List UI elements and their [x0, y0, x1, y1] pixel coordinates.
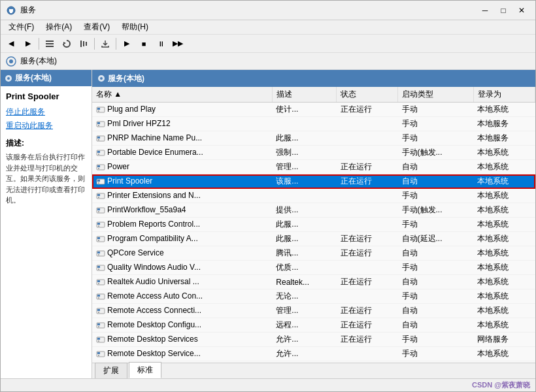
cell-name: Remote Access Auto Con...	[92, 289, 272, 304]
cell-desc: 此服...	[272, 218, 336, 232]
table-row[interactable]: Portable Device Enumera...强制...手动(触发...本…	[92, 146, 535, 160]
svg-rect-29	[97, 165, 100, 167]
cell-desc	[272, 117, 336, 131]
cell-login: 本地系统	[473, 347, 535, 361]
cell-login: 本地系统	[473, 189, 535, 203]
cell-status: 正在运行	[337, 318, 398, 333]
col-header-login[interactable]: 登录为	[473, 87, 535, 103]
maximize-button[interactable]: □	[495, 4, 512, 17]
svg-rect-5	[46, 46, 54, 47]
svg-rect-35	[97, 194, 100, 196]
cell-status	[337, 117, 398, 131]
menu-item-文件(F)[interactable]: 文件(F)	[3, 20, 39, 34]
refresh-button[interactable]	[59, 37, 75, 51]
svg-point-60	[98, 312, 99, 313]
col-header-status[interactable]: 状态	[337, 87, 398, 103]
table-row[interactable]: Remote Access Connecti...管理...正在运行自动本地系统	[92, 304, 535, 318]
svg-rect-23	[97, 137, 100, 139]
toolbar-sep-2	[94, 38, 95, 50]
cell-startup: 手动	[398, 103, 474, 117]
minimize-button[interactable]: ─	[477, 4, 494, 17]
cell-desc: 此服...	[272, 232, 336, 246]
cell-desc: 允许...	[272, 333, 336, 347]
col-header-desc[interactable]: 描述	[272, 87, 336, 103]
table-row[interactable]: Remote Desktop Service...允许...手动本地系统	[92, 347, 535, 361]
svg-point-27	[98, 154, 99, 155]
svg-rect-41	[97, 223, 100, 225]
menu-item-查看(V)[interactable]: 查看(V)	[78, 20, 115, 34]
cell-startup: 手动(触发...	[398, 146, 474, 160]
svg-point-66	[98, 340, 99, 342]
table-row[interactable]: Remote Desktop Configu...远程...正在运行自动本地系统	[92, 318, 535, 333]
service-icon	[96, 350, 105, 359]
table-row[interactable]: Printer Extensions and N...手动本地系统	[92, 189, 535, 203]
close-button[interactable]: ✕	[513, 4, 530, 17]
pause-button[interactable]: ⏸	[153, 37, 169, 51]
cell-name: Remote Desktop Service...	[92, 347, 272, 361]
table-row[interactable]: Remote Access Auto Con...无论...手动本地系统	[92, 289, 535, 304]
table-row[interactable]: PNRP Machine Name Pu...此服...手动本地服务	[92, 131, 535, 146]
menu-item-帮助(H)[interactable]: 帮助(H)	[116, 20, 154, 34]
tab-standard[interactable]: 标准	[129, 362, 161, 378]
forward-button[interactable]: ▶	[20, 37, 36, 51]
table-row[interactable]: Print Spooler该服...正在运行自动本地系统	[92, 174, 535, 189]
cell-status	[337, 146, 398, 160]
col-header-startup[interactable]: 启动类型	[398, 87, 474, 103]
table-row[interactable]: QPCore Service腾讯...正在运行自动本地系统	[92, 246, 535, 261]
window-title: 服务	[20, 5, 477, 16]
address-label: 服务(本地)	[20, 56, 57, 67]
services-table-container[interactable]: 名称 ▲ 描述 状态 启动类型 登录为 Plug and Play使计...正在…	[92, 87, 535, 363]
cell-startup: 自动	[398, 275, 474, 289]
cell-desc	[272, 189, 336, 203]
svg-rect-8	[83, 41, 84, 46]
service-icon	[96, 206, 105, 215]
col-header-name[interactable]: 名称 ▲	[92, 87, 272, 103]
svg-rect-44	[97, 237, 100, 239]
stop-button[interactable]: ■	[136, 37, 152, 51]
menu-item-操作(A)[interactable]: 操作(A)	[41, 20, 77, 34]
cell-name: Remote Desktop Services	[92, 333, 272, 347]
tab-expand[interactable]: 扩展	[95, 363, 127, 378]
cell-startup: 手动	[398, 117, 474, 131]
sidebar-header: 服务(本地)	[1, 70, 92, 86]
view-button[interactable]	[42, 37, 58, 51]
cell-login: 本地系统	[473, 246, 535, 261]
restart-service-link[interactable]: 重启动此服务	[6, 120, 86, 131]
restart-button[interactable]: ▶▶	[170, 37, 186, 51]
table-row[interactable]: Problem Reports Control...此服...手动本地系统	[92, 218, 535, 232]
service-icon	[96, 235, 105, 244]
toolbar-sep-3	[116, 38, 116, 50]
table-row[interactable]: Plug and Play使计...正在运行手动本地系统	[92, 103, 535, 117]
cell-startup: 手动	[398, 289, 474, 304]
stop-service-link[interactable]: 停止此服务	[6, 106, 86, 118]
svg-rect-68	[97, 352, 100, 354]
svg-point-15	[100, 77, 103, 80]
cell-name: Remote Access Connecti...	[92, 304, 272, 318]
cell-desc: 管理...	[272, 160, 336, 174]
svg-point-33	[98, 182, 99, 184]
service-icon	[96, 321, 105, 330]
table-row[interactable]: Realtek Audio Universal ...Realtek...正在运…	[92, 275, 535, 289]
svg-rect-50	[97, 266, 100, 268]
table-row[interactable]: Quality Windows Audio V...优质...手动本地系统	[92, 261, 535, 275]
panel-header-text: 服务(本地)	[108, 73, 144, 84]
back-button[interactable]: ◀	[3, 37, 19, 51]
cell-desc: 允许...	[272, 347, 336, 361]
cell-login: 本地服务	[473, 131, 535, 146]
export-button[interactable]	[97, 37, 113, 51]
table-row[interactable]: Program Compatibility A...此服...正在运行自动(延迟…	[92, 232, 535, 246]
cell-name: Portable Device Enumera...	[92, 146, 272, 160]
svg-point-63	[98, 326, 99, 327]
play-button[interactable]: ▶	[119, 37, 135, 51]
address-bar: 服务(本地)	[1, 53, 535, 70]
svg-point-51	[98, 269, 99, 270]
status-bar: CSDN @紫夜萧晓	[1, 378, 535, 391]
cell-desc: 优质...	[272, 261, 336, 275]
table-row[interactable]: Remote Desktop Services允许...正在运行手动网络服务	[92, 333, 535, 347]
address-icon	[6, 56, 16, 67]
table-row[interactable]: PrintWorkflow_55a9a4提供...手动(触发...本地系统	[92, 203, 535, 218]
table-row[interactable]: Pml Driver HPZ12手动本地服务	[92, 117, 535, 131]
filter-button[interactable]	[76, 37, 92, 51]
table-row[interactable]: Power管理...正在运行自动本地系统	[92, 160, 535, 174]
toolbar: ◀ ▶ ▶ ■ ⏸ ▶▶	[1, 35, 535, 53]
